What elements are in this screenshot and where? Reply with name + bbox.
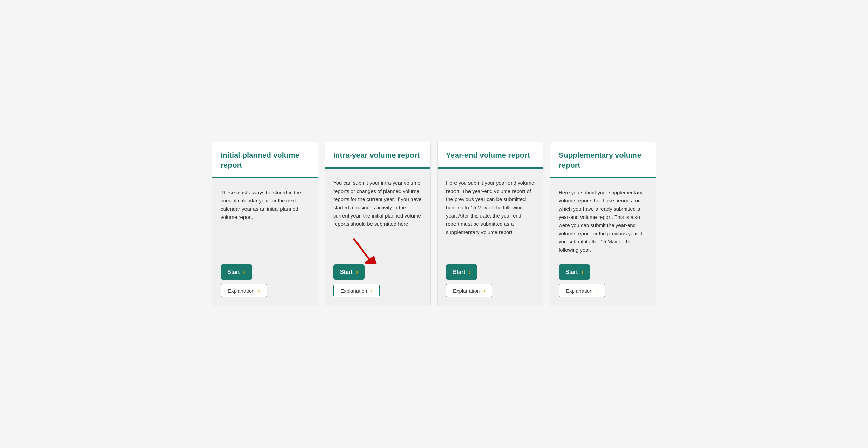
- card-year-end: Year-end volume report Here you submit y…: [437, 142, 543, 306]
- card-description-supplementary: Here you submit your supplementary volum…: [559, 188, 647, 254]
- explanation-label-year-end: Explanation: [453, 288, 480, 294]
- card-actions-year-end: Start › Explanation ›: [446, 264, 535, 297]
- explanation-label-supplementary: Explanation: [566, 288, 592, 294]
- start-label-year-end: Start: [453, 269, 465, 275]
- card-body-initial: These must always be stored in the curre…: [212, 178, 318, 306]
- card-title-supplementary: Supplementary volume report: [559, 151, 647, 170]
- card-title-initial: Initial planned volume report: [221, 151, 309, 170]
- chevron-icon-start-supplementary: ›: [581, 268, 583, 276]
- chevron-icon-explanation-year-end: ›: [483, 288, 485, 294]
- card-actions-intra: Start › Explanation ›: [333, 264, 422, 297]
- explanation-label-initial: Explanation: [228, 288, 254, 294]
- start-button-year-end[interactable]: Start ›: [446, 264, 477, 280]
- card-initial-planned: Initial planned volume report These must…: [212, 142, 318, 306]
- chevron-icon-explanation-supplementary: ›: [596, 288, 598, 294]
- card-title-year-end: Year-end volume report: [446, 151, 535, 160]
- explanation-button-intra[interactable]: Explanation ›: [333, 284, 380, 297]
- card-description-initial: These must always be stored in the curre…: [221, 188, 309, 254]
- explanation-button-year-end[interactable]: Explanation ›: [446, 284, 492, 297]
- chevron-icon-start-intra: ›: [356, 268, 358, 276]
- start-label-initial: Start: [227, 269, 240, 275]
- explanation-button-supplementary[interactable]: Explanation ›: [559, 284, 605, 297]
- card-body-supplementary: Here you submit your supplementary volum…: [550, 178, 656, 306]
- card-actions-initial: Start › Explanation ›: [221, 264, 309, 297]
- card-title-intra: Intra-year volume report: [333, 151, 422, 160]
- arrow-annotation: Start ›: [333, 264, 422, 280]
- start-button-initial[interactable]: Start ›: [221, 264, 252, 280]
- card-description-intra: You can submit your intra-year volume re…: [333, 179, 422, 254]
- card-header-initial: Initial planned volume report: [212, 142, 318, 177]
- start-label-supplementary: Start: [565, 269, 578, 275]
- card-header-intra: Intra-year volume report: [325, 142, 430, 167]
- explanation-label-intra: Explanation: [340, 288, 367, 294]
- card-description-year-end: Here you submit your year-end volume rep…: [446, 179, 535, 254]
- card-actions-supplementary: Start › Explanation ›: [559, 264, 647, 297]
- chevron-icon-start-year-end: ›: [468, 268, 471, 276]
- start-button-intra[interactable]: Start ›: [333, 264, 365, 280]
- card-intra-year: Intra-year volume report You can submit …: [325, 142, 431, 306]
- start-button-supplementary[interactable]: Start ›: [559, 264, 590, 280]
- card-header-year-end: Year-end volume report: [438, 142, 543, 167]
- card-supplementary: Supplementary volume report Here you sub…: [550, 142, 656, 306]
- card-header-supplementary: Supplementary volume report: [550, 142, 656, 177]
- chevron-icon-explanation-initial: ›: [258, 288, 260, 294]
- explanation-button-initial[interactable]: Explanation ›: [221, 284, 267, 297]
- chevron-icon-start-initial: ›: [243, 268, 245, 276]
- start-label-intra: Start: [340, 269, 352, 275]
- card-body-year-end: Here you submit your year-end volume rep…: [438, 169, 543, 306]
- cards-container: Initial planned volume report These must…: [212, 142, 656, 306]
- chevron-icon-explanation-intra: ›: [370, 288, 372, 294]
- card-body-intra: You can submit your intra-year volume re…: [325, 169, 430, 306]
